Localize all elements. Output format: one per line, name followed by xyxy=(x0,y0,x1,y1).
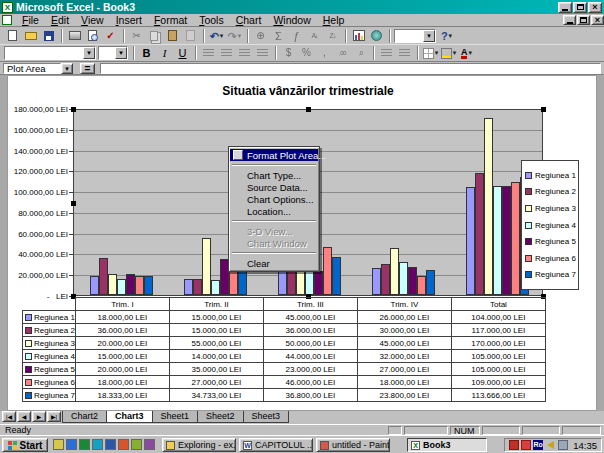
bar-regiunea-6-trim-iii[interactable] xyxy=(323,247,332,295)
menu-view[interactable]: View xyxy=(75,14,110,26)
bar-regiunea-1-trim-ii[interactable] xyxy=(184,279,193,295)
context-menu-item-clear[interactable]: Clear xyxy=(230,257,318,269)
last-sheet-button[interactable]: ▶| xyxy=(47,411,61,422)
bar-regiunea-5-trim-iii[interactable] xyxy=(314,271,323,295)
dropdown-arrow-icon[interactable]: ▾ xyxy=(238,32,242,40)
menu-window[interactable]: Window xyxy=(267,14,316,26)
bar-regiunea-6-total[interactable] xyxy=(511,182,520,295)
fill-color-button[interactable]: ▾ xyxy=(440,46,457,61)
bar-regiunea-4-trim-iv[interactable] xyxy=(399,262,408,295)
chart-legend[interactable]: Regiunea 1Regiunea 2Regiunea 3Regiunea 4… xyxy=(521,160,579,290)
bar-regiunea-3-trim-iv[interactable] xyxy=(390,248,399,295)
close-button[interactable]: × xyxy=(588,2,602,13)
bar-regiunea-4-total[interactable] xyxy=(493,186,502,295)
context-menu-item-chart-options[interactable]: Chart Options... xyxy=(230,193,318,205)
volume-icon[interactable] xyxy=(547,441,554,449)
zoom-combo-arrow-icon[interactable]: ▾ xyxy=(423,30,435,42)
chart-data-table[interactable]: Trim. ITrim. IITrim. IIITrim. IVTotalReg… xyxy=(22,297,546,402)
quick-launch-icon-5[interactable] xyxy=(105,439,116,450)
save-button[interactable] xyxy=(40,28,57,43)
quick-launch-icon-2[interactable] xyxy=(66,439,77,450)
bar-regiunea-1-trim-iv[interactable] xyxy=(372,268,381,295)
y-axis-tick-label[interactable]: 140.000,00 LEI xyxy=(12,147,68,156)
font-combo[interactable]: ▾ xyxy=(4,46,96,60)
zoom-combo[interactable]: ▾ xyxy=(394,29,436,43)
next-sheet-button[interactable]: ▶ xyxy=(32,411,46,422)
bar-regiunea-6-trim-iv[interactable] xyxy=(417,276,426,295)
print-button[interactable] xyxy=(66,28,83,43)
taskbar-clock[interactable]: 14:35 xyxy=(573,440,597,451)
underline-button-button[interactable]: U xyxy=(174,46,191,61)
tab-chart3[interactable]: Chart3 xyxy=(106,411,153,423)
bar-regiunea-4-trim-i[interactable] xyxy=(117,279,126,295)
minimize-button[interactable] xyxy=(558,2,572,13)
legend-entry[interactable]: Regiunea 5 xyxy=(525,237,578,246)
tray-icon-3[interactable] xyxy=(558,440,568,450)
size-combo-arrow-icon[interactable]: ▾ xyxy=(115,47,127,59)
bar-regiunea-2-total[interactable] xyxy=(475,173,484,295)
quick-launch-icon-3[interactable] xyxy=(79,439,90,450)
print-preview-button[interactable] xyxy=(84,28,101,43)
taskbar-button-untitled-paint[interactable]: untitled - Paint xyxy=(316,438,390,452)
legend-entry[interactable]: Regiunea 4 xyxy=(525,221,578,230)
quick-launch-icon-8[interactable] xyxy=(144,439,155,450)
selection-handle[interactable] xyxy=(541,107,546,112)
language-indicator[interactable]: Ro xyxy=(533,440,543,450)
bold-button-button[interactable]: B xyxy=(138,46,155,61)
font-combo-arrow-icon[interactable]: ▾ xyxy=(83,47,95,59)
italic-button-button[interactable]: I xyxy=(156,46,173,61)
context-menu-item-source-data[interactable]: Source Data... xyxy=(230,181,318,193)
tab-sheet3[interactable]: Sheet3 xyxy=(243,411,290,423)
bar-regiunea-3-trim-ii[interactable] xyxy=(202,238,211,295)
doc-restore-button[interactable] xyxy=(577,15,590,25)
bar-regiunea-7-trim-iii[interactable] xyxy=(332,257,341,295)
bar-regiunea-6-trim-i[interactable] xyxy=(135,276,144,295)
new-button[interactable] xyxy=(4,28,21,43)
y-axis-tick-label[interactable]: 60.000,00 LEI xyxy=(12,230,68,239)
bar-regiunea-2-trim-ii[interactable] xyxy=(193,279,202,295)
context-menu-item-chart-type[interactable]: Chart Type... xyxy=(230,169,318,181)
tray-icon-2[interactable] xyxy=(521,440,531,450)
selection-handle[interactable] xyxy=(71,201,76,206)
dropdown-arrow-icon[interactable]: ▾ xyxy=(468,49,472,57)
first-sheet-button[interactable]: |◀ xyxy=(2,411,16,422)
tab-sheet1[interactable]: Sheet1 xyxy=(152,411,199,423)
dropdown-arrow-icon[interactable]: ▾ xyxy=(449,32,453,40)
menu-help[interactable]: Help xyxy=(317,14,351,26)
y-axis-tick-label[interactable]: 100.000,00 LEI xyxy=(12,188,68,197)
legend-entry[interactable]: Regiunea 3 xyxy=(525,204,578,213)
spelling-button[interactable]: ✓ xyxy=(102,28,119,43)
y-axis-tick-label[interactable]: 160.000,00 LEI xyxy=(12,126,68,135)
chart-wizard-button[interactable] xyxy=(350,28,367,43)
quick-launch-icon-6[interactable] xyxy=(118,439,129,450)
bar-regiunea-5-trim-i[interactable] xyxy=(126,274,135,295)
bar-regiunea-1-total[interactable] xyxy=(466,187,475,295)
bar-regiunea-3-trim-i[interactable] xyxy=(108,274,117,295)
doc-close-button[interactable]: × xyxy=(591,15,604,25)
tab-chart2[interactable]: Chart2 xyxy=(62,411,107,423)
taskbar-button-exploring-ex[interactable]: Exploring - ex.. xyxy=(162,438,236,452)
bar-regiunea-2-trim-i[interactable] xyxy=(99,258,108,295)
bar-regiunea-3-total[interactable] xyxy=(484,118,493,295)
quick-launch-icon-7[interactable] xyxy=(131,439,142,450)
formula-input[interactable] xyxy=(100,63,601,74)
size-combo[interactable]: ▾ xyxy=(98,46,128,60)
legend-entry[interactable]: Regiunea 1 xyxy=(525,171,578,180)
legend-entry[interactable]: Regiunea 2 xyxy=(525,187,578,196)
dropdown-arrow-icon[interactable]: ▾ xyxy=(435,49,439,57)
context-menu-item-format-plot-area[interactable]: Format Plot Area... xyxy=(230,149,318,161)
taskbar-button-capitolul[interactable]: WCAPITOLUL ... xyxy=(239,438,313,452)
doc-minimize-button[interactable] xyxy=(563,15,576,25)
legend-entry[interactable]: Regiunea 7 xyxy=(525,270,578,279)
menu-file[interactable]: File xyxy=(16,14,45,26)
paste-button[interactable] xyxy=(164,28,181,43)
help-button[interactable]: ?▾ xyxy=(438,28,455,43)
bar-regiunea-4-trim-ii[interactable] xyxy=(211,280,220,295)
name-box-dropdown-icon[interactable]: ▾ xyxy=(61,63,73,74)
restore-button[interactable] xyxy=(573,2,587,13)
menu-edit[interactable]: Edit xyxy=(45,14,75,26)
bar-regiunea-7-trim-i[interactable] xyxy=(144,276,153,295)
map-button[interactable] xyxy=(368,28,385,43)
dropdown-arrow-icon[interactable]: ▾ xyxy=(220,32,224,40)
dropdown-arrow-icon[interactable]: ▾ xyxy=(453,49,457,57)
